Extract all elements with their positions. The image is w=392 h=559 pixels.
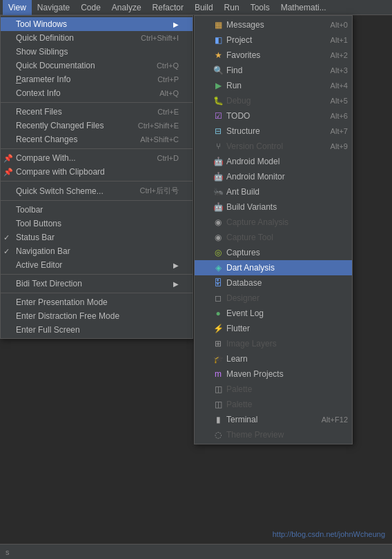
status-text: s [6, 548, 10, 556]
ant-build-icon: 🐜 [213, 186, 224, 197]
flutter-icon: ⚡ [213, 323, 224, 334]
submenu-dart-analysis[interactable]: ◈ Dart Analysis [195, 260, 352, 275]
watermark-text: http://blog.csdn.net/johnWcheung [273, 530, 385, 538]
captures-icon: ◎ [213, 247, 224, 258]
submenu-ant-build[interactable]: 🐜 Ant Build [195, 184, 352, 199]
database-icon: 🗄 [213, 277, 224, 288]
menu-recent-files[interactable]: Recent Files Ctrl+E [1, 105, 193, 119]
menu-full-screen[interactable]: Enter Full Screen [1, 323, 193, 337]
submenu-database[interactable]: 🗄 Database [195, 275, 352, 291]
submenu-learn[interactable]: 🎓 Learn [195, 351, 352, 366]
todo-icon: ☑ [213, 110, 224, 121]
android-model-icon: 🤖 [213, 156, 224, 167]
run-icon: ▶ [213, 80, 224, 91]
build-variants-icon: 🤖 [213, 202, 224, 213]
menubar: View Navigate Code Analyze Refactor Buil… [0, 0, 392, 15]
palette-1-icon: ◫ [213, 384, 224, 395]
separator-3 [1, 181, 193, 182]
submenu-android-model[interactable]: 🤖 Android Model [195, 154, 352, 169]
pin-icon-compare: 📌 [3, 154, 13, 163]
menu-quick-definition[interactable]: Quick Definition Ctrl+Shift+I [1, 31, 193, 45]
version-control-icon: ⑂ [213, 141, 224, 152]
check-status-bar: ✓ [3, 233, 10, 242]
menubar-run[interactable]: Run [219, 0, 245, 15]
view-menu: Tool Windows ▶ Quick Definition Ctrl+Shi… [0, 15, 193, 339]
android-monitor-icon: 🤖 [213, 171, 224, 182]
separator-2 [1, 148, 193, 149]
submenu-image-layers[interactable]: ⊞ Image Layers [195, 336, 352, 351]
tool-windows-submenu: ▦ Messages Alt+0 ◧ Project Alt+1 ★ Favor… [194, 15, 353, 444]
submenu-designer[interactable]: ◻ Designer [195, 291, 352, 306]
menu-navigation-bar[interactable]: ✓ Navigation Bar [1, 244, 193, 258]
messages-icon: ▦ [213, 19, 224, 30]
submenu-favorites[interactable]: ★ Favorites Alt+2 [195, 48, 352, 63]
menubar-navigate[interactable]: Navigate [32, 0, 75, 15]
submenu-todo[interactable]: ☑ TODO Alt+6 [195, 108, 352, 124]
submenu-structure[interactable]: ⊟ Structure Alt+7 [195, 124, 352, 139]
submenu-captures[interactable]: ◎ Captures [195, 245, 352, 260]
submenu-build-variants[interactable]: 🤖 Build Variants [195, 199, 352, 215]
capture-analysis-icon: ◉ [213, 217, 224, 228]
menubar-refactor[interactable]: Refactor [147, 0, 189, 15]
menu-compare-clipboard[interactable]: 📌 Compare with Clipboard [1, 165, 193, 179]
menu-active-editor[interactable]: Active Editor ▶ [1, 258, 193, 272]
find-icon: 🔍 [213, 65, 224, 76]
menu-distraction-free[interactable]: Enter Distraction Free Mode [1, 309, 193, 323]
menu-show-siblings[interactable]: Show Siblings [1, 45, 193, 59]
submenu-capture-analysis[interactable]: ◉ Capture Analysis [195, 215, 352, 230]
palette-2-icon: ◫ [213, 399, 224, 410]
submenu-event-log[interactable]: ● Event Log [195, 306, 352, 321]
menu-tool-buttons[interactable]: Tool Buttons [1, 217, 193, 231]
event-log-icon: ● [213, 308, 224, 319]
submenu-palette-1[interactable]: ◫ Palette [195, 382, 352, 397]
menu-recent-changes[interactable]: Recent Changes Alt+Shift+C [1, 133, 193, 146]
theme-preview-icon: ◌ [213, 429, 224, 440]
status-bar: s [0, 544, 392, 559]
project-icon: ◧ [213, 35, 224, 46]
menu-parameter-info[interactable]: Parameter Info Ctrl+P [1, 72, 193, 86]
submenu-maven-projects[interactable]: m Maven Projects [195, 366, 352, 382]
separator-6 [1, 293, 193, 293]
menu-compare-with[interactable]: 📌 Compare With... Ctrl+D [1, 151, 193, 165]
submenu-debug[interactable]: 🐛 Debug Alt+5 [195, 93, 352, 108]
debug-icon: 🐛 [213, 95, 224, 106]
submenu-version-control[interactable]: ⑂ Version Control Alt+9 [195, 139, 352, 154]
menubar-view[interactable]: View [3, 0, 32, 15]
submenu-android-monitor[interactable]: 🤖 Android Monitor [195, 169, 352, 184]
menubar-analyze[interactable]: Analyze [106, 0, 147, 15]
menu-status-bar[interactable]: ✓ Status Bar [1, 231, 193, 244]
submenu-capture-tool[interactable]: ◉ Capture Tool [195, 230, 352, 245]
menu-quick-switch-scheme[interactable]: Quick Switch Scheme... Ctrl+后引号 [1, 184, 193, 198]
submenu-find[interactable]: 🔍 Find Alt+3 [195, 63, 352, 78]
submenu-terminal[interactable]: ▮ Terminal Alt+F12 [195, 412, 352, 427]
capture-tool-icon: ◉ [213, 232, 224, 243]
submenu-messages[interactable]: ▦ Messages Alt+0 [195, 17, 352, 32]
learn-icon: 🎓 [213, 353, 224, 364]
menubar-mathemati[interactable]: Mathemati... [275, 0, 332, 15]
favorites-icon: ★ [213, 50, 224, 61]
check-navigation-bar: ✓ [3, 247, 10, 256]
menu-tool-windows[interactable]: Tool Windows ▶ [1, 17, 193, 31]
submenu-project[interactable]: ◧ Project Alt+1 [195, 32, 352, 48]
separator-5 [1, 274, 193, 275]
menu-bidi-text[interactable]: Bidi Text Direction ▶ [1, 277, 193, 291]
submenu-run[interactable]: ▶ Run Alt+4 [195, 78, 352, 93]
maven-icon: m [213, 369, 224, 380]
separator-4 [1, 200, 193, 201]
pin-icon-clipboard: 📌 [3, 168, 13, 177]
menu-quick-documentation[interactable]: Quick Documentation Ctrl+Q [1, 59, 193, 72]
submenu-palette-2[interactable]: ◫ Palette [195, 397, 352, 412]
menu-presentation-mode[interactable]: Enter Presentation Mode [1, 295, 193, 309]
designer-icon: ◻ [213, 293, 224, 304]
submenu-flutter[interactable]: ⚡ Flutter [195, 321, 352, 336]
dart-analysis-icon: ◈ [213, 262, 224, 273]
menubar-build[interactable]: Build [189, 0, 219, 15]
menubar-tools[interactable]: Tools [245, 0, 275, 15]
menubar-code[interactable]: Code [75, 0, 106, 15]
menu-recently-changed-files[interactable]: Recently Changed Files Ctrl+Shift+E [1, 119, 193, 133]
separator-1 [1, 102, 193, 103]
image-layers-icon: ⊞ [213, 338, 224, 349]
submenu-theme-preview[interactable]: ◌ Theme Preview [195, 427, 352, 442]
menu-toolbar[interactable]: Toolbar [1, 203, 193, 217]
menu-context-info[interactable]: Context Info Alt+Q [1, 86, 193, 100]
